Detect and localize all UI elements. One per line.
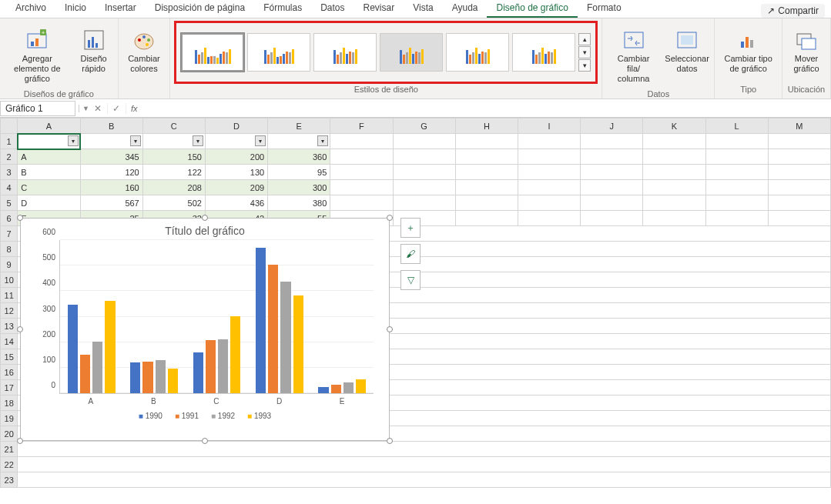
filter-dropdown-icon[interactable]: ▾	[68, 135, 79, 146]
add-chart-element-button[interactable]: + Agregar elemento de gráfico	[5, 25, 70, 88]
quick-layout-icon	[82, 28, 106, 52]
select-all-corner[interactable]	[1, 118, 18, 134]
chart-style-3[interactable]	[313, 33, 377, 72]
name-box[interactable]: Gráfico 1	[0, 101, 75, 116]
svg-rect-17	[741, 42, 744, 48]
plus-icon: ＋	[406, 222, 415, 235]
col-H[interactable]: H	[455, 118, 518, 134]
resize-handle[interactable]	[387, 438, 393, 444]
quick-layout-button[interactable]: Diseño rápido	[75, 25, 113, 77]
chart-styles-gallery: ▴ ▾ ▾	[175, 22, 597, 83]
chart-style-1[interactable]	[181, 33, 244, 72]
tab-vista[interactable]: Vista	[404, 0, 442, 18]
resize-handle[interactable]	[202, 215, 208, 221]
filter-dropdown-icon[interactable]: ▾	[317, 135, 328, 146]
svg-rect-19	[750, 40, 753, 48]
cancel-icon[interactable]: ✕	[89, 103, 108, 114]
embedded-chart[interactable]: Título del gráfico 0100200300400500600 A…	[20, 218, 390, 441]
resize-handle[interactable]	[387, 326, 393, 332]
resize-handle[interactable]	[17, 438, 23, 444]
svg-point-12	[147, 38, 150, 42]
svg-rect-6	[88, 40, 90, 48]
chart-type-icon	[736, 28, 761, 52]
formula-bar: Gráfico 1 ▼ ✕ ✓ fx	[0, 99, 831, 118]
resize-handle[interactable]	[17, 326, 23, 332]
gallery-scroll-up[interactable]: ▴	[578, 33, 591, 45]
tab-ayuda[interactable]: Ayuda	[443, 0, 488, 18]
tab-revisar[interactable]: Revisar	[354, 0, 404, 18]
palette-icon	[132, 28, 156, 52]
svg-text:+: +	[42, 29, 45, 36]
move-chart-icon	[794, 28, 819, 52]
tab-inicio[interactable]: Inicio	[55, 0, 95, 18]
cell-E1[interactable]: 1993▾	[268, 134, 330, 149]
enter-icon[interactable]: ✓	[108, 103, 126, 114]
ribbon: + Agregar elemento de gráfico Diseño ráp…	[0, 18, 831, 99]
filter-dropdown-icon[interactable]: ▾	[130, 135, 141, 146]
col-L[interactable]: L	[705, 118, 768, 134]
chart-style-5[interactable]	[446, 33, 509, 72]
share-icon: ↗	[767, 5, 775, 16]
col-A[interactable]: A	[18, 118, 80, 134]
chart-legend: 1990 1991 1992 1993	[21, 406, 389, 426]
resize-handle[interactable]	[17, 215, 23, 221]
chart-plot-area[interactable]: 0100200300400500600	[59, 240, 374, 394]
col-E[interactable]: E	[268, 118, 330, 134]
col-M[interactable]: M	[768, 118, 830, 134]
cell-B1[interactable]: 1990▾	[80, 134, 142, 149]
chart-title[interactable]: Título del gráfico	[21, 219, 389, 240]
chart-elements-button[interactable]: ＋	[400, 218, 421, 238]
gallery-expand[interactable]: ▾	[578, 59, 591, 72]
tab-formato[interactable]: Formato	[578, 0, 631, 18]
group-label-estilos: Estilos de diseño	[175, 83, 597, 95]
col-G[interactable]: G	[393, 118, 455, 134]
chart-style-2[interactable]	[247, 33, 310, 72]
tab-archivo[interactable]: Archivo	[6, 0, 55, 18]
select-data-button[interactable]: Seleccionar datos	[665, 25, 709, 77]
tab-datos[interactable]: Datos	[311, 0, 354, 18]
svg-rect-21	[802, 38, 816, 49]
change-chart-type-button[interactable]: Cambiar tipo de gráfico	[719, 25, 777, 77]
formula-input[interactable]	[142, 101, 831, 115]
switch-row-column-button[interactable]: Cambiar fila/ columna	[607, 25, 660, 88]
change-colors-button[interactable]: Cambiar colores	[123, 25, 166, 77]
resize-handle[interactable]	[387, 215, 393, 221]
tab-formulas[interactable]: Fórmulas	[254, 0, 311, 18]
chart-filter-button[interactable]: ▽	[400, 270, 421, 290]
chart-side-tools: ＋ 🖌 ▽	[400, 218, 421, 290]
col-C[interactable]: C	[142, 118, 205, 134]
chart-style-4[interactable]	[380, 33, 443, 72]
cell-A1[interactable]: Fase▾	[18, 134, 80, 149]
col-B[interactable]: B	[80, 118, 142, 134]
select-data-icon	[675, 28, 699, 52]
row-1[interactable]: 1	[1, 134, 18, 149]
col-J[interactable]: J	[581, 118, 643, 134]
col-I[interactable]: I	[518, 118, 580, 134]
tab-insertar[interactable]: Insertar	[95, 0, 146, 18]
resize-handle[interactable]	[202, 438, 208, 444]
group-label-ubic: Ubicación	[787, 83, 826, 95]
cell-D1[interactable]: 1992▾	[205, 134, 267, 149]
tab-disposicion[interactable]: Disposición de página	[146, 0, 254, 18]
cell-C1[interactable]: 1991▾	[142, 134, 205, 149]
chart-style-6[interactable]	[512, 33, 575, 72]
chart-x-labels: ABCDE	[59, 394, 374, 406]
group-label-tipo: Tipo	[719, 83, 777, 95]
fx-icon[interactable]: fx	[126, 104, 142, 113]
gallery-scroll-down[interactable]: ▾	[578, 46, 591, 58]
svg-rect-14	[625, 32, 643, 48]
tab-diseno-grafico[interactable]: Diseño de gráfico	[487, 0, 577, 18]
col-K[interactable]: K	[643, 118, 705, 134]
svg-rect-1	[31, 42, 34, 46]
col-D[interactable]: D	[205, 118, 267, 134]
col-F[interactable]: F	[330, 118, 393, 134]
chart-styles-button[interactable]: 🖌	[400, 244, 421, 264]
namebox-dropdown[interactable]: ▼	[79, 105, 89, 112]
svg-point-13	[146, 43, 149, 46]
svg-rect-7	[92, 37, 94, 48]
move-chart-button[interactable]: Mover gráfico	[787, 25, 826, 77]
share-button[interactable]: ↗ Compartir	[761, 4, 825, 18]
filter-dropdown-icon[interactable]: ▾	[193, 135, 203, 146]
svg-rect-16	[681, 35, 693, 45]
filter-dropdown-icon[interactable]: ▾	[255, 135, 266, 146]
